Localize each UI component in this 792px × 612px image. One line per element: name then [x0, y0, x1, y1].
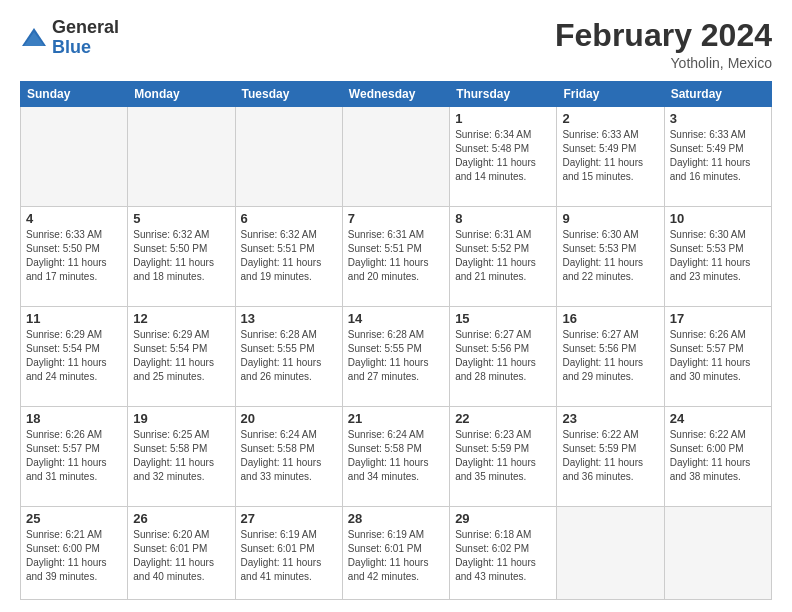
- day-cell: 10Sunrise: 6:30 AM Sunset: 5:53 PM Dayli…: [664, 207, 771, 307]
- weekday-header-tuesday: Tuesday: [235, 82, 342, 107]
- day-cell: 4Sunrise: 6:33 AM Sunset: 5:50 PM Daylig…: [21, 207, 128, 307]
- day-cell: 14Sunrise: 6:28 AM Sunset: 5:55 PM Dayli…: [342, 307, 449, 407]
- header: General Blue February 2024 Yotholin, Mex…: [20, 18, 772, 71]
- day-info: Sunrise: 6:29 AM Sunset: 5:54 PM Dayligh…: [26, 328, 122, 384]
- day-info: Sunrise: 6:28 AM Sunset: 5:55 PM Dayligh…: [348, 328, 444, 384]
- logo: General Blue: [20, 18, 119, 58]
- day-cell: 2Sunrise: 6:33 AM Sunset: 5:49 PM Daylig…: [557, 107, 664, 207]
- day-info: Sunrise: 6:31 AM Sunset: 5:51 PM Dayligh…: [348, 228, 444, 284]
- title-block: February 2024 Yotholin, Mexico: [555, 18, 772, 71]
- day-number: 19: [133, 411, 229, 426]
- day-number: 14: [348, 311, 444, 326]
- day-cell: 3Sunrise: 6:33 AM Sunset: 5:49 PM Daylig…: [664, 107, 771, 207]
- day-number: 29: [455, 511, 551, 526]
- day-info: Sunrise: 6:20 AM Sunset: 6:01 PM Dayligh…: [133, 528, 229, 584]
- week-row-1: 1Sunrise: 6:34 AM Sunset: 5:48 PM Daylig…: [21, 107, 772, 207]
- day-info: Sunrise: 6:30 AM Sunset: 5:53 PM Dayligh…: [562, 228, 658, 284]
- day-cell: 9Sunrise: 6:30 AM Sunset: 5:53 PM Daylig…: [557, 207, 664, 307]
- weekday-header-row: SundayMondayTuesdayWednesdayThursdayFrid…: [21, 82, 772, 107]
- day-cell: 19Sunrise: 6:25 AM Sunset: 5:58 PM Dayli…: [128, 406, 235, 506]
- logo-general: General: [52, 17, 119, 37]
- day-info: Sunrise: 6:33 AM Sunset: 5:49 PM Dayligh…: [562, 128, 658, 184]
- day-cell: 25Sunrise: 6:21 AM Sunset: 6:00 PM Dayli…: [21, 506, 128, 599]
- day-number: 8: [455, 211, 551, 226]
- logo-blue: Blue: [52, 37, 91, 57]
- day-info: Sunrise: 6:31 AM Sunset: 5:52 PM Dayligh…: [455, 228, 551, 284]
- day-number: 18: [26, 411, 122, 426]
- day-info: Sunrise: 6:34 AM Sunset: 5:48 PM Dayligh…: [455, 128, 551, 184]
- day-number: 23: [562, 411, 658, 426]
- week-row-5: 25Sunrise: 6:21 AM Sunset: 6:00 PM Dayli…: [21, 506, 772, 599]
- day-info: Sunrise: 6:19 AM Sunset: 6:01 PM Dayligh…: [241, 528, 337, 584]
- weekday-header-wednesday: Wednesday: [342, 82, 449, 107]
- day-info: Sunrise: 6:24 AM Sunset: 5:58 PM Dayligh…: [241, 428, 337, 484]
- calendar-subtitle: Yotholin, Mexico: [555, 55, 772, 71]
- day-number: 27: [241, 511, 337, 526]
- day-info: Sunrise: 6:27 AM Sunset: 5:56 PM Dayligh…: [562, 328, 658, 384]
- day-number: 21: [348, 411, 444, 426]
- day-info: Sunrise: 6:32 AM Sunset: 5:50 PM Dayligh…: [133, 228, 229, 284]
- day-number: 9: [562, 211, 658, 226]
- day-cell: 17Sunrise: 6:26 AM Sunset: 5:57 PM Dayli…: [664, 307, 771, 407]
- day-cell: 18Sunrise: 6:26 AM Sunset: 5:57 PM Dayli…: [21, 406, 128, 506]
- day-number: 13: [241, 311, 337, 326]
- day-info: Sunrise: 6:33 AM Sunset: 5:50 PM Dayligh…: [26, 228, 122, 284]
- day-cell: 5Sunrise: 6:32 AM Sunset: 5:50 PM Daylig…: [128, 207, 235, 307]
- weekday-header-saturday: Saturday: [664, 82, 771, 107]
- day-number: 4: [26, 211, 122, 226]
- day-info: Sunrise: 6:32 AM Sunset: 5:51 PM Dayligh…: [241, 228, 337, 284]
- day-info: Sunrise: 6:29 AM Sunset: 5:54 PM Dayligh…: [133, 328, 229, 384]
- day-cell: [664, 506, 771, 599]
- day-cell: 21Sunrise: 6:24 AM Sunset: 5:58 PM Dayli…: [342, 406, 449, 506]
- day-number: 3: [670, 111, 766, 126]
- day-cell: 11Sunrise: 6:29 AM Sunset: 5:54 PM Dayli…: [21, 307, 128, 407]
- day-number: 6: [241, 211, 337, 226]
- day-info: Sunrise: 6:28 AM Sunset: 5:55 PM Dayligh…: [241, 328, 337, 384]
- logo-text: General Blue: [52, 18, 119, 58]
- day-cell: 24Sunrise: 6:22 AM Sunset: 6:00 PM Dayli…: [664, 406, 771, 506]
- calendar-page: General Blue February 2024 Yotholin, Mex…: [0, 0, 792, 612]
- day-info: Sunrise: 6:18 AM Sunset: 6:02 PM Dayligh…: [455, 528, 551, 584]
- day-info: Sunrise: 6:24 AM Sunset: 5:58 PM Dayligh…: [348, 428, 444, 484]
- day-number: 1: [455, 111, 551, 126]
- day-cell: 13Sunrise: 6:28 AM Sunset: 5:55 PM Dayli…: [235, 307, 342, 407]
- day-info: Sunrise: 6:21 AM Sunset: 6:00 PM Dayligh…: [26, 528, 122, 584]
- day-cell: 26Sunrise: 6:20 AM Sunset: 6:01 PM Dayli…: [128, 506, 235, 599]
- day-cell: 28Sunrise: 6:19 AM Sunset: 6:01 PM Dayli…: [342, 506, 449, 599]
- day-cell: 6Sunrise: 6:32 AM Sunset: 5:51 PM Daylig…: [235, 207, 342, 307]
- day-cell: 15Sunrise: 6:27 AM Sunset: 5:56 PM Dayli…: [450, 307, 557, 407]
- day-number: 16: [562, 311, 658, 326]
- weekday-header-thursday: Thursday: [450, 82, 557, 107]
- day-number: 24: [670, 411, 766, 426]
- day-number: 28: [348, 511, 444, 526]
- day-info: Sunrise: 6:30 AM Sunset: 5:53 PM Dayligh…: [670, 228, 766, 284]
- day-cell: [21, 107, 128, 207]
- day-cell: [128, 107, 235, 207]
- day-cell: [342, 107, 449, 207]
- weekday-header-monday: Monday: [128, 82, 235, 107]
- day-number: 17: [670, 311, 766, 326]
- weekday-header-sunday: Sunday: [21, 82, 128, 107]
- week-row-3: 11Sunrise: 6:29 AM Sunset: 5:54 PM Dayli…: [21, 307, 772, 407]
- day-number: 5: [133, 211, 229, 226]
- day-cell: 22Sunrise: 6:23 AM Sunset: 5:59 PM Dayli…: [450, 406, 557, 506]
- day-number: 22: [455, 411, 551, 426]
- day-info: Sunrise: 6:26 AM Sunset: 5:57 PM Dayligh…: [670, 328, 766, 384]
- day-cell: 23Sunrise: 6:22 AM Sunset: 5:59 PM Dayli…: [557, 406, 664, 506]
- day-cell: 29Sunrise: 6:18 AM Sunset: 6:02 PM Dayli…: [450, 506, 557, 599]
- day-cell: 16Sunrise: 6:27 AM Sunset: 5:56 PM Dayli…: [557, 307, 664, 407]
- day-number: 11: [26, 311, 122, 326]
- day-number: 12: [133, 311, 229, 326]
- week-row-2: 4Sunrise: 6:33 AM Sunset: 5:50 PM Daylig…: [21, 207, 772, 307]
- day-number: 20: [241, 411, 337, 426]
- day-info: Sunrise: 6:22 AM Sunset: 6:00 PM Dayligh…: [670, 428, 766, 484]
- calendar-title: February 2024: [555, 18, 772, 53]
- day-info: Sunrise: 6:26 AM Sunset: 5:57 PM Dayligh…: [26, 428, 122, 484]
- day-cell: 12Sunrise: 6:29 AM Sunset: 5:54 PM Dayli…: [128, 307, 235, 407]
- day-info: Sunrise: 6:27 AM Sunset: 5:56 PM Dayligh…: [455, 328, 551, 384]
- day-info: Sunrise: 6:19 AM Sunset: 6:01 PM Dayligh…: [348, 528, 444, 584]
- day-cell: 20Sunrise: 6:24 AM Sunset: 5:58 PM Dayli…: [235, 406, 342, 506]
- day-info: Sunrise: 6:25 AM Sunset: 5:58 PM Dayligh…: [133, 428, 229, 484]
- day-number: 15: [455, 311, 551, 326]
- day-number: 26: [133, 511, 229, 526]
